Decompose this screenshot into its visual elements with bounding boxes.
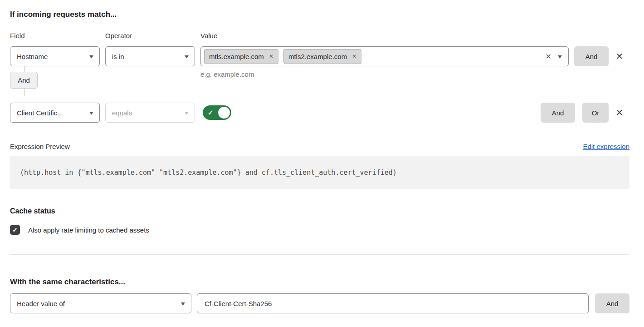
chevron-down-icon: ▾ — [89, 109, 93, 116]
operator-select-value: is in — [112, 53, 124, 60]
chevron-down-icon: ▾ — [89, 53, 93, 59]
value-helper-text: e.g. example.com — [200, 70, 254, 78]
chevron-down-icon: ▾ — [181, 300, 185, 307]
add-characteristic-and-button[interactable]: And — [595, 293, 629, 313]
and-condition-button[interactable]: And — [574, 46, 609, 66]
value-tag: mtls2.example.com ✕ — [283, 49, 361, 64]
check-icon: ✓ — [208, 109, 214, 117]
expression-preview-box: (http.host in {"mtls.example.com" "mtls2… — [10, 156, 629, 189]
section-divider — [10, 254, 629, 255]
operator-select-value: equals — [112, 109, 132, 117]
characteristic-select[interactable]: Header value of ▾ — [10, 293, 191, 313]
connector-zone: And e.g. example.com — [10, 66, 629, 96]
edit-expression-link[interactable]: Edit expression — [583, 143, 629, 150]
condition-row-1: Hostname ▾ is in ▾ mtls.example.com ✕ mt… — [10, 46, 629, 66]
header-name-input[interactable] — [197, 293, 589, 313]
cache-status-row: ✓ Also apply rate limiting to cached ass… — [10, 225, 629, 235]
connector-line — [24, 89, 24, 96]
cached-assets-checkbox[interactable]: ✓ — [10, 225, 20, 235]
cached-assets-checkbox-label: Also apply rate limiting to cached asset… — [28, 226, 149, 234]
chevron-down-icon[interactable]: ▾ — [558, 53, 562, 59]
or-condition-button[interactable]: Or — [582, 103, 609, 123]
clear-values-icon[interactable]: ✕ — [546, 52, 551, 61]
rate-limit-rule-builder: If incoming requests match... Field Oper… — [10, 0, 629, 313]
field-select[interactable]: Hostname ▾ — [10, 46, 100, 66]
toggle-knob — [218, 107, 230, 119]
remove-tag-icon[interactable]: ✕ — [352, 53, 356, 59]
check-icon: ✓ — [12, 227, 18, 233]
delete-condition-icon[interactable]: ✕ — [614, 51, 625, 62]
match-section-title: If incoming requests match... — [10, 10, 629, 19]
cache-status-title: Cache status — [10, 207, 629, 215]
field-column-label: Field — [10, 32, 105, 40]
condition-row-2: Client Certific... ▾ equals ▾ ✓ And Or ✕ — [10, 103, 629, 123]
field-select[interactable]: Client Certific... ▾ — [10, 103, 100, 123]
field-select-value: Hostname — [17, 53, 48, 60]
field-select-value: Client Certific... — [17, 109, 63, 117]
operator-select[interactable]: is in ▾ — [105, 46, 195, 66]
column-labels: Field Operator Value — [10, 32, 629, 40]
delete-condition-icon[interactable]: ✕ — [614, 107, 625, 118]
value-tag-label: mtls2.example.com — [288, 53, 347, 60]
characteristic-select-value: Header value of — [17, 300, 65, 307]
characteristics-title: With the same characteristics... — [10, 277, 629, 287]
cert-verified-toggle[interactable]: ✓ — [203, 105, 231, 120]
connector-and-chip[interactable]: And — [10, 72, 38, 89]
expression-preview-header: Expression Preview Edit expression — [10, 143, 629, 150]
operator-column-label: Operator — [105, 32, 200, 40]
connector-line — [24, 66, 24, 72]
value-multiselect[interactable]: mtls.example.com ✕ mtls2.example.com ✕ ✕… — [200, 46, 569, 66]
expression-preview-label: Expression Preview — [10, 143, 70, 150]
value-column-label: Value — [200, 32, 217, 40]
chevron-down-icon: ▾ — [185, 109, 189, 116]
and-condition-button[interactable]: And — [541, 103, 575, 123]
operator-select-disabled: equals ▾ — [105, 103, 195, 123]
characteristics-row: Header value of ▾ And — [10, 293, 629, 313]
remove-tag-icon[interactable]: ✕ — [269, 53, 273, 59]
value-tag: mtls.example.com ✕ — [204, 49, 278, 64]
expression-code: (http.host in {"mtls.example.com" "mtls2… — [20, 168, 397, 177]
chevron-down-icon: ▾ — [185, 53, 189, 59]
value-tag-label: mtls.example.com — [209, 53, 264, 60]
